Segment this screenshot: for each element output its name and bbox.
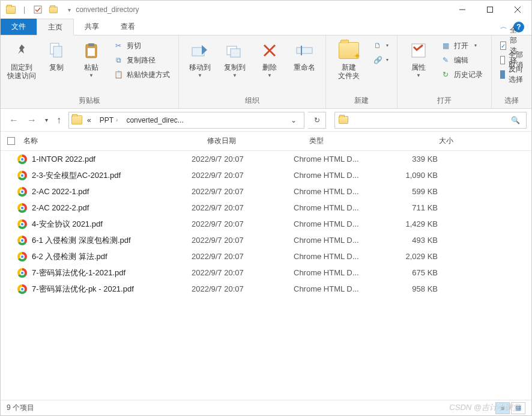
file-row[interactable]: 6-1 入侵检测 深度包检测.pdf2022/9/7 20:07Chrome H…: [1, 232, 531, 248]
file-type: Chrome HTML D...: [294, 236, 384, 245]
file-size: 1,429 KB: [384, 219, 450, 228]
file-row[interactable]: 2-AC 2022-1.pdf2022/9/7 20:07Chrome HTML…: [1, 183, 531, 200]
search-icon: 🔍: [505, 116, 526, 124]
chevron-down-icon: ▼: [198, 73, 202, 78]
copy-to-button[interactable]: 复制到▼: [217, 38, 252, 81]
file-list: 名称 修改日期 类型 大小 1-INTOR 2022.pdf2022/9/7 2…: [1, 132, 531, 399]
new-item-icon: 🗋: [373, 41, 382, 50]
back-button[interactable]: ←: [9, 115, 19, 126]
folder-small-icon[interactable]: [47, 3, 60, 16]
cut-button[interactable]: ✂剪切: [111, 39, 172, 52]
open-button[interactable]: ▦打开▾: [438, 39, 485, 52]
file-row[interactable]: 6-2 入侵检测 算法.pdf2022/9/7 20:07Chrome HTML…: [1, 248, 531, 265]
copy-icon: [48, 42, 65, 59]
address-dropdown-icon[interactable]: ⌄: [286, 116, 301, 124]
properties-button[interactable]: 属性▼: [401, 38, 436, 81]
group-label-new: 新建: [330, 94, 393, 107]
paste-button[interactable]: 粘贴 ▼: [74, 38, 109, 81]
easy-access-icon: 🔗: [373, 55, 382, 65]
pin-button[interactable]: 固定到 快速访问: [4, 38, 39, 82]
new-folder-button[interactable]: ✦ 新建 文件夹: [330, 38, 368, 82]
collapse-ribbon-icon[interactable]: ︿: [500, 22, 507, 32]
column-headers: 名称 修改日期 类型 大小: [1, 132, 531, 151]
select-all-checkbox[interactable]: [1, 137, 21, 145]
delete-button[interactable]: 删除▼: [252, 38, 287, 81]
file-row[interactable]: 2-3-安全模型AC-2021.pdf2022/9/7 20:07Chrome …: [1, 167, 531, 183]
navigation-bar: ← → ▾ ↑ « PPT› converted_direc... ⌄ ↻ 🔍: [1, 109, 531, 132]
chrome-icon: [17, 236, 27, 245]
chrome-icon: [17, 268, 27, 278]
refresh-button[interactable]: ↻: [308, 112, 326, 129]
qat-dropdown-icon[interactable]: ▾: [62, 3, 76, 16]
invert-selection-button[interactable]: 反向选择: [498, 68, 525, 81]
chevron-down-icon: ▼: [267, 73, 272, 78]
watermark: CSDN @吉计小课堂: [449, 402, 521, 413]
svg-rect-2: [488, 7, 493, 13]
paste-icon: [83, 42, 100, 59]
chevron-down-icon: ▼: [232, 73, 237, 78]
file-type: Chrome HTML D...: [294, 171, 384, 180]
column-name[interactable]: 名称: [21, 136, 207, 146]
breadcrumb-current[interactable]: converted_direc...: [122, 116, 187, 124]
chrome-icon: [17, 187, 27, 197]
search-box[interactable]: 🔍: [334, 112, 527, 129]
group-label-select: 选择: [495, 94, 528, 107]
forward-button[interactable]: →: [27, 115, 37, 126]
file-date: 2022/9/7 20:07: [192, 187, 294, 196]
file-date: 2022/9/7 20:07: [192, 154, 294, 164]
address-bar[interactable]: « PPT› converted_direc... ⌄: [68, 112, 304, 129]
tab-view[interactable]: 查看: [110, 19, 146, 35]
open-icon: ▦: [441, 41, 450, 50]
file-name: 2-AC 2022-1.pdf: [32, 187, 192, 196]
new-folder-icon: ✦: [339, 42, 359, 59]
chrome-icon: [17, 203, 27, 213]
delete-icon: [262, 43, 277, 58]
file-row[interactable]: 7-密码算法优化-pk - 2021.pdf2022/9/7 20:07Chro…: [1, 281, 531, 297]
window-title: converted_directory: [76, 5, 139, 14]
easy-access-button[interactable]: 🔗▾: [370, 54, 391, 67]
edit-button[interactable]: ✎编辑: [438, 54, 485, 67]
group-label-open: 打开: [401, 94, 488, 107]
copy-path-button[interactable]: ⧉复制路径: [111, 54, 172, 67]
qat-checkbox[interactable]: [31, 3, 44, 16]
column-size[interactable]: 大小: [399, 136, 465, 146]
invert-icon: [500, 70, 505, 79]
file-row[interactable]: 2-AC 2022-2.pdf2022/9/7 20:07Chrome HTML…: [1, 200, 531, 216]
file-date: 2022/9/7 20:07: [192, 284, 294, 293]
folder-icon[interactable]: [4, 3, 17, 16]
history-button[interactable]: ↻历史记录: [438, 68, 485, 81]
recent-dropdown[interactable]: ▾: [45, 117, 48, 123]
file-type: Chrome HTML D...: [294, 203, 384, 212]
column-modified[interactable]: 修改日期: [207, 136, 309, 146]
breadcrumb-prefix[interactable]: «: [83, 116, 95, 124]
new-item-button[interactable]: 🗋▾: [370, 39, 391, 52]
up-button[interactable]: ↑: [56, 115, 61, 126]
file-row[interactable]: 1-INTOR 2022.pdf2022/9/7 20:07Chrome HTM…: [1, 151, 531, 167]
tab-file[interactable]: 文件: [1, 19, 37, 35]
minimize-button[interactable]: [449, 1, 476, 19]
group-label-clipboard: 剪贴板: [4, 94, 175, 107]
chrome-icon: [17, 171, 27, 180]
file-size: 2,029 KB: [384, 252, 450, 261]
quick-access-toolbar: | ▾: [4, 3, 76, 16]
svg-rect-0: [34, 6, 41, 13]
maximize-button[interactable]: [476, 1, 504, 19]
tab-home[interactable]: 主页: [37, 19, 74, 35]
file-size: 1,090 KB: [384, 171, 450, 180]
file-row[interactable]: 7-密码算法优化-1-2021.pdf2022/9/7 20:07Chrome …: [1, 265, 531, 281]
window-controls: [449, 1, 531, 19]
svg-rect-8: [88, 43, 94, 46]
copy-button[interactable]: 复制: [39, 38, 74, 74]
breadcrumb-ppt[interactable]: PPT›: [96, 116, 122, 124]
select-none-icon: [500, 56, 505, 64]
move-to-button[interactable]: 移动到▼: [183, 38, 217, 81]
file-row[interactable]: 4-安全协议 2021.pdf2022/9/7 20:07Chrome HTML…: [1, 216, 531, 232]
tab-share[interactable]: 共享: [74, 19, 110, 35]
paste-shortcut-button[interactable]: 📋粘贴快捷方式: [111, 68, 172, 81]
close-button[interactable]: [504, 1, 531, 19]
file-date: 2022/9/7 20:07: [192, 171, 294, 180]
rename-icon: [295, 43, 313, 58]
column-type[interactable]: 类型: [309, 136, 399, 146]
chevron-down-icon: ▼: [416, 73, 421, 78]
rename-button[interactable]: 重命名: [287, 38, 322, 74]
